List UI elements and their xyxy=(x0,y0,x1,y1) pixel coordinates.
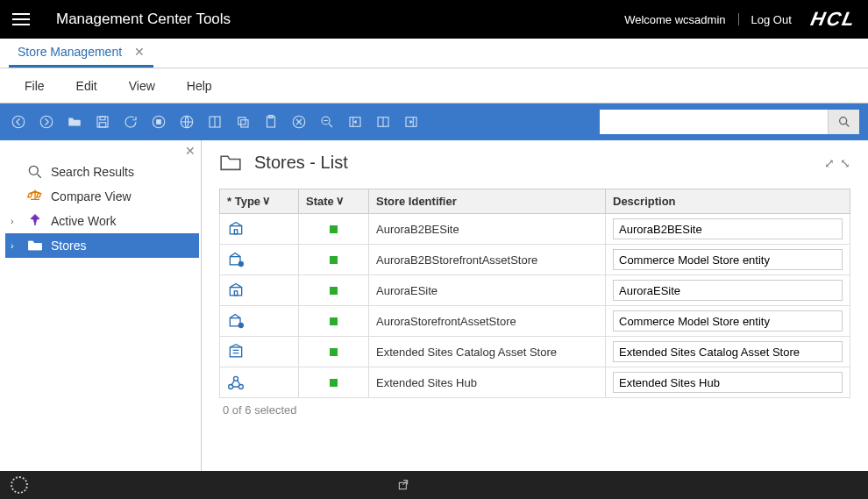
search-button[interactable] xyxy=(828,110,859,134)
table-footer: 0 of 6 selected xyxy=(219,398,850,422)
state-active-icon xyxy=(330,348,338,356)
col-description[interactable]: Description xyxy=(606,189,850,214)
description-input[interactable] xyxy=(613,341,843,362)
back-icon[interactable] xyxy=(9,112,28,132)
identifier-cell: AuroraB2BESite xyxy=(369,214,606,245)
expand-in-icon[interactable]: ⤡ xyxy=(840,156,850,170)
description-input[interactable] xyxy=(613,218,843,239)
toolbar xyxy=(0,103,868,140)
state-active-icon xyxy=(330,225,338,233)
state-cell xyxy=(299,367,369,398)
table-row[interactable]: AuroraStorefrontAssetStore xyxy=(220,306,850,337)
svg-point-18 xyxy=(839,118,846,125)
svg-point-30 xyxy=(229,385,233,389)
refresh-icon[interactable] xyxy=(121,112,140,132)
menu-help[interactable]: Help xyxy=(171,79,228,93)
sidebar-item-stores[interactable]: › Stores xyxy=(5,233,199,258)
copy-icon[interactable] xyxy=(233,112,253,132)
identifier-cell: Extended Sites Hub xyxy=(369,367,606,398)
top-app-bar: Management Center Tools Welcome wcsadmin… xyxy=(0,0,868,39)
page-title: Stores - List xyxy=(254,153,824,173)
state-cell xyxy=(299,306,369,337)
save-icon[interactable] xyxy=(93,112,112,132)
globe-icon[interactable] xyxy=(177,112,196,132)
col-state[interactable]: State∨ xyxy=(299,189,369,214)
svg-point-0 xyxy=(12,116,25,128)
table-row[interactable]: Extended Sites Hub xyxy=(220,367,850,398)
description-input[interactable] xyxy=(613,372,843,393)
paste-icon[interactable] xyxy=(261,112,281,132)
brand-logo: HCL xyxy=(808,8,858,31)
svg-point-19 xyxy=(29,166,38,175)
spinner-icon xyxy=(11,476,28,494)
table-row[interactable]: Extended Sites Catalog Asset Store xyxy=(220,337,850,367)
welcome-text: Welcome wcsadmin xyxy=(624,13,725,26)
menu-view[interactable]: View xyxy=(113,79,171,93)
sidebar-item-label: Compare View xyxy=(51,189,132,203)
chevron-right-icon: › xyxy=(11,240,14,251)
expand-controls: ⤢ ⤡ xyxy=(824,156,850,170)
logout-link[interactable]: Log Out xyxy=(751,13,792,26)
pin-icon xyxy=(26,212,44,230)
sidebar-item-compare-view[interactable]: Compare View xyxy=(5,184,199,209)
delete-icon[interactable] xyxy=(289,112,309,132)
search-input[interactable] xyxy=(600,110,828,134)
app-title: Management Center Tools xyxy=(56,11,624,28)
tab-label: Store Management xyxy=(18,45,122,59)
popout-icon[interactable] xyxy=(396,478,410,492)
type-cell xyxy=(220,306,299,337)
sidebar-item-search-results[interactable]: Search Results xyxy=(5,160,199,184)
identifier-cell: Extended Sites Catalog Asset Store xyxy=(369,337,606,367)
panel-right-icon[interactable] xyxy=(402,112,421,132)
table-row[interactable]: AuroraESite xyxy=(220,275,850,306)
table-row[interactable]: AuroraB2BStorefrontAssetStore xyxy=(220,245,850,275)
description-cell xyxy=(606,214,850,245)
table-row[interactable]: AuroraB2BESite xyxy=(220,214,850,245)
close-sidebar-icon[interactable]: ✕ xyxy=(185,144,196,158)
tab-store-management[interactable]: Store Management ✕ xyxy=(9,39,153,68)
divider xyxy=(738,13,739,25)
menu-file[interactable]: File xyxy=(9,79,60,93)
state-active-icon xyxy=(330,256,338,264)
type-cell xyxy=(220,245,299,275)
close-icon[interactable]: ✕ xyxy=(134,45,145,59)
zoom-out-icon[interactable] xyxy=(317,112,337,132)
col-identifier[interactable]: Store Identifier xyxy=(369,189,606,214)
svg-rect-10 xyxy=(241,120,248,127)
expand-out-icon[interactable]: ⤢ xyxy=(824,156,835,170)
search-wrapper xyxy=(600,110,859,134)
description-input[interactable] xyxy=(613,280,843,301)
panel-center-icon[interactable] xyxy=(374,112,393,132)
search-icon xyxy=(26,163,44,181)
svg-point-31 xyxy=(238,385,243,389)
description-cell xyxy=(606,245,850,275)
state-cell xyxy=(299,214,369,245)
description-input[interactable] xyxy=(613,249,843,270)
description-input[interactable] xyxy=(613,310,843,331)
columns-icon[interactable] xyxy=(205,112,224,132)
svg-rect-25 xyxy=(234,291,237,296)
sidebar-item-active-work[interactable]: › Active Work xyxy=(5,209,199,233)
panel-left-icon[interactable] xyxy=(345,112,365,132)
state-active-icon xyxy=(330,287,338,295)
sidebar-item-label: Search Results xyxy=(51,165,134,179)
stop-icon[interactable] xyxy=(149,112,168,132)
svg-rect-4 xyxy=(99,123,106,127)
type-cell xyxy=(220,275,299,306)
col-type[interactable]: * Type∨ xyxy=(220,189,299,214)
identifier-cell: AuroraB2BStorefrontAssetStore xyxy=(369,245,606,275)
sidebar-item-label: Active Work xyxy=(51,214,116,228)
folder-icon xyxy=(26,237,44,254)
menu-edit[interactable]: Edit xyxy=(60,79,113,93)
scale-icon xyxy=(26,188,44,205)
open-folder-icon[interactable] xyxy=(65,112,84,132)
chevron-right-icon: › xyxy=(11,216,14,226)
folder-icon xyxy=(219,153,242,173)
tab-strip: Store Management ✕ xyxy=(0,39,868,68)
description-cell xyxy=(606,275,850,306)
svg-rect-3 xyxy=(100,117,105,120)
hamburger-menu-icon[interactable] xyxy=(12,13,30,25)
menu-bar: File Edit View Help xyxy=(0,68,868,103)
svg-rect-21 xyxy=(234,230,237,234)
forward-icon[interactable] xyxy=(37,112,56,132)
